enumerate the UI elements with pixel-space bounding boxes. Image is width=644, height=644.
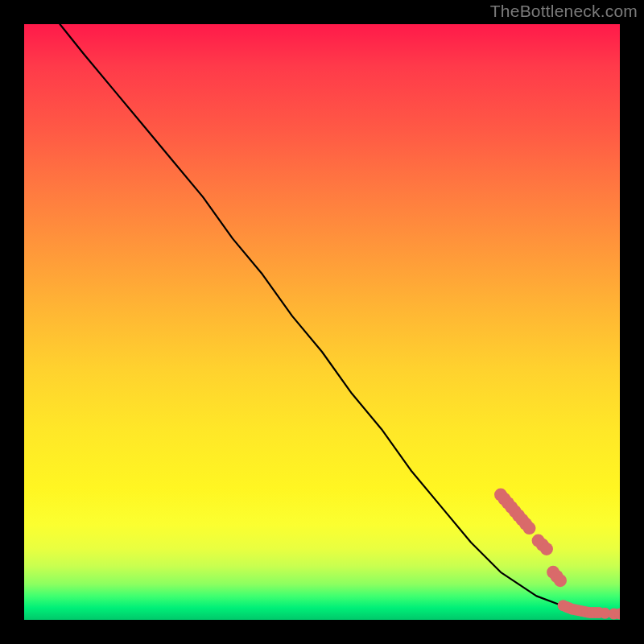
point-points-upper-cluster bbox=[523, 522, 536, 535]
chart-frame: TheBottleneck.com bbox=[0, 0, 644, 644]
watermark-label: TheBottleneck.com bbox=[490, 2, 638, 21]
point-points-lower-cluster bbox=[554, 574, 567, 587]
plot-area bbox=[24, 24, 620, 620]
point-points-mid-cluster bbox=[540, 543, 553, 555]
chart-svg bbox=[24, 24, 620, 620]
series-curve bbox=[60, 24, 620, 614]
